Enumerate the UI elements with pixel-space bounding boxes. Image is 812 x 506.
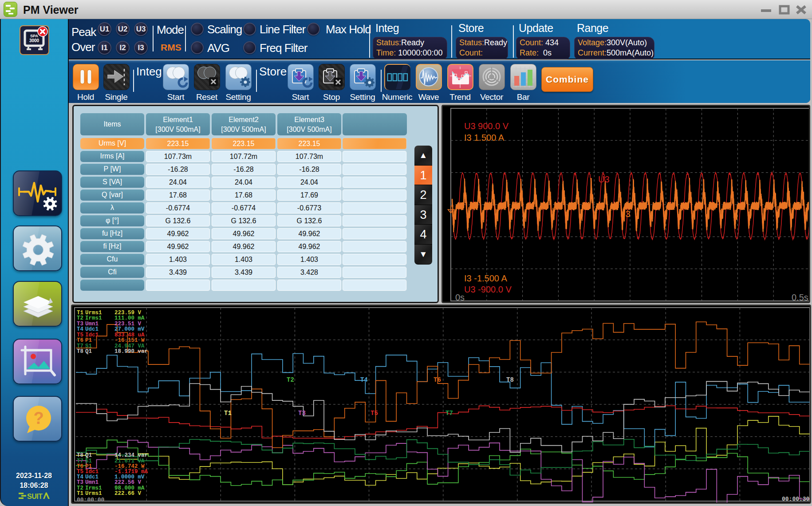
- svg-text:00:00:30: 00:00:30: [782, 496, 810, 502]
- svg-text:3000: 3000: [29, 38, 39, 43]
- svg-text:Q1: Q1: [85, 348, 92, 355]
- svg-text:?: ?: [33, 409, 43, 427]
- svg-text:I3 -1.500 A: I3 -1.500 A: [464, 273, 507, 283]
- svg-text:Urms1: Urms1: [85, 490, 102, 497]
- svg-text:T1: T1: [224, 410, 232, 417]
- svg-text:0.5s: 0.5s: [792, 293, 808, 302]
- svg-text:T7: T7: [445, 410, 453, 417]
- svg-text:SPA: SPA: [30, 34, 38, 38]
- svg-text:00:00:00: 00:00:00: [77, 497, 105, 502]
- svg-text:222.66 V: 222.66 V: [114, 490, 142, 497]
- svg-text:T2: T2: [287, 376, 294, 383]
- svg-text:T1: T1: [77, 490, 83, 497]
- svg-text:T8: T8: [77, 348, 83, 355]
- svg-text:U3: U3: [598, 174, 610, 184]
- svg-text:SUIT: SUIT: [27, 493, 43, 500]
- svg-text:T6: T6: [434, 376, 441, 383]
- svg-text:0s: 0s: [455, 293, 465, 302]
- svg-text:I3 1.500 A: I3 1.500 A: [464, 133, 505, 142]
- svg-text:T5: T5: [371, 410, 378, 417]
- svg-text:T3: T3: [298, 410, 306, 417]
- svg-text:T8: T8: [506, 376, 514, 383]
- svg-text:I3: I3: [623, 209, 631, 219]
- svg-text:T4: T4: [360, 376, 368, 383]
- svg-text:U3 -900.0 V: U3 -900.0 V: [464, 285, 512, 294]
- svg-text:U3 900.0 V: U3 900.0 V: [464, 121, 509, 131]
- svg-text:18.990 var: 18.990 var: [114, 348, 148, 355]
